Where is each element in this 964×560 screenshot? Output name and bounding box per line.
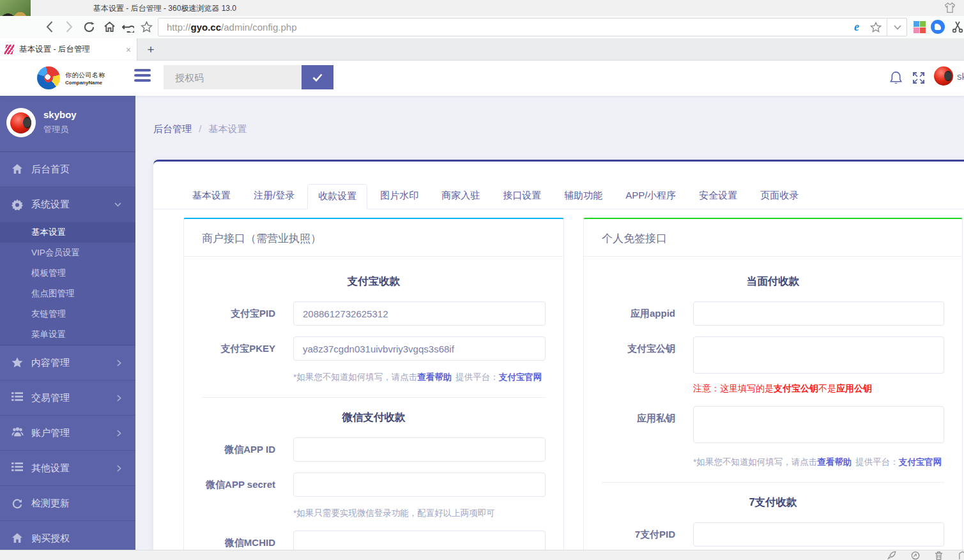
settings-card: 基本设置 注册/登录 收款设置 图片水印 商家入驻 接口设置 辅助功能 APP/… xyxy=(153,160,964,550)
pay7-pid-label: 7支付PID xyxy=(602,522,675,547)
undo-icon[interactable] xyxy=(121,20,135,34)
auth-submit-button[interactable] xyxy=(302,65,333,89)
bookmark-star-icon[interactable] xyxy=(865,22,887,33)
browser-tabstrip: 基本设置 - 后台管理 × + xyxy=(0,38,964,61)
sidebar-user-name: skyboy xyxy=(43,109,77,120)
sidebar-subitem-vip-settings[interactable]: VIP会员设置 xyxy=(0,243,135,263)
chevron-right-icon xyxy=(117,395,121,402)
tab-close-icon[interactable]: × xyxy=(120,45,137,55)
sidebar-subitem-menu[interactable]: 菜单设置 xyxy=(0,324,135,345)
alipay-pid-input[interactable] xyxy=(293,301,546,326)
wechat-secret-input[interactable] xyxy=(293,473,546,497)
wechat-section-heading: 微信支付收款 xyxy=(202,411,546,425)
sidebar-item-other-settings[interactable]: 其他设置 xyxy=(0,451,135,486)
gear-icon xyxy=(11,199,23,211)
pay7-pid-input[interactable] xyxy=(693,522,944,547)
tab-watermark[interactable]: 图片水印 xyxy=(370,184,429,209)
refresh-icon xyxy=(11,497,23,509)
forward-icon[interactable] xyxy=(62,20,76,34)
settings-tab-bar: 基本设置 注册/登录 收款设置 图片水印 商家入驻 接口设置 辅助功能 APP/… xyxy=(153,162,964,209)
screenshot-scissors-icon[interactable] xyxy=(951,20,964,34)
alipay-pubkey-textarea[interactable] xyxy=(693,337,944,374)
f2f-appid-input[interactable] xyxy=(693,301,944,326)
section-divider xyxy=(202,397,546,398)
tab-payment-settings[interactable]: 收款设置 xyxy=(307,184,367,209)
alipay-section-heading: 支付宝收款 xyxy=(202,275,546,289)
alipay-pkey-label: 支付宝PKEY xyxy=(202,337,275,361)
favorite-star-icon[interactable] xyxy=(139,20,153,34)
view-help-link[interactable]: 查看帮助 xyxy=(417,372,452,382)
tab-security[interactable]: 安全设置 xyxy=(689,184,747,209)
url-text: http://gyo.cc/admin/config.php xyxy=(167,22,848,33)
notifications-bell-icon[interactable] xyxy=(888,70,903,86)
alipay-pkey-input[interactable] xyxy=(293,337,546,361)
chevron-right-icon xyxy=(117,359,121,367)
wechat-mchid-input[interactable] xyxy=(293,531,546,550)
sidebar-subitem-template[interactable]: 模板管理 xyxy=(0,263,135,284)
alipay-official-link[interactable]: 支付宝官网 xyxy=(899,457,942,467)
site-favicon xyxy=(4,45,14,54)
star-icon xyxy=(11,357,23,368)
user-avatar[interactable] xyxy=(934,66,953,86)
tab-register-login[interactable]: 注册/登录 xyxy=(243,184,305,209)
home-icon[interactable] xyxy=(102,20,116,34)
url-dropdown-icon[interactable] xyxy=(887,18,907,36)
wechat-appid-input[interactable] xyxy=(293,437,546,462)
trash-icon[interactable] xyxy=(935,551,944,559)
f2f-appid-label: 应用appid xyxy=(602,301,675,326)
app-privkey-textarea[interactable] xyxy=(693,406,944,443)
sidebar-item-system-settings[interactable]: 系统设置 xyxy=(0,187,135,222)
company-logo-icon xyxy=(37,66,60,89)
tab-basic-settings[interactable]: 基本设置 xyxy=(182,184,241,209)
ie-mode-icon[interactable]: e xyxy=(848,20,865,34)
sidebar-user-card: skyboy 管理员 xyxy=(0,96,135,152)
window-title: 基本设置 - 后台管理 - 360极速浏览器 13.0 xyxy=(93,3,236,14)
new-tab-button[interactable]: + xyxy=(142,41,160,58)
tab-page-index[interactable]: 页面收录 xyxy=(750,184,809,209)
refresh-icon[interactable] xyxy=(82,20,96,34)
sidebar-subitem-links[interactable]: 友链管理 xyxy=(0,304,135,324)
back-icon[interactable] xyxy=(42,20,56,34)
fullscreen-expand-icon[interactable] xyxy=(911,70,926,86)
sidebar-item-dashboard[interactable]: 后台首页 xyxy=(0,152,135,187)
browser-tab[interactable]: 基本设置 - 后台管理 × xyxy=(0,38,137,61)
browser-docs-icon[interactable] xyxy=(931,20,945,34)
pay7-section-heading: 7支付收款 xyxy=(602,496,944,510)
sidebar-item-check-update[interactable]: 检测更新 xyxy=(0,486,135,521)
users-icon xyxy=(11,427,23,439)
alipay-official-link[interactable]: 支付宝官网 xyxy=(499,372,542,382)
breadcrumb: 后台管理 / 基本设置 xyxy=(153,123,247,135)
browser-toolbar: http://gyo.cc/admin/config.php e xyxy=(0,16,964,38)
sidebar-subitem-basic-settings[interactable]: 基本设置 xyxy=(0,222,135,243)
rocket-icon[interactable] xyxy=(887,551,896,559)
sidebar-item-trade[interactable]: 交易管理 xyxy=(0,381,135,416)
merchant-pane-title: 商户接口（需营业执照） xyxy=(184,219,563,257)
sidebar-item-content[interactable]: 内容管理 xyxy=(0,345,135,381)
chevron-right-icon xyxy=(117,465,121,472)
chevron-down-icon xyxy=(114,202,121,207)
sidebar-item-accounts[interactable]: 账户管理 xyxy=(0,416,135,451)
company-name: 你的公司名称 xyxy=(65,71,105,80)
clipped-panel-icon[interactable] xyxy=(958,551,964,559)
tab-auxiliary[interactable]: 辅助功能 xyxy=(554,184,613,209)
company-logo[interactable]: 你的公司名称 CompanyName xyxy=(37,66,105,89)
hamburger-menu-icon[interactable] xyxy=(134,69,151,87)
auth-code-input[interactable] xyxy=(164,65,302,89)
tab-app-miniprogram[interactable]: APP/小程序 xyxy=(615,184,686,209)
company-name-en: CompanyName xyxy=(65,80,105,86)
apps-grid-icon[interactable] xyxy=(912,20,926,34)
breadcrumb-section[interactable]: 后台管理 xyxy=(153,123,192,134)
sidebar-menu: 后台首页 系统设置 基本设置 VIP会员设置 模板管理 焦点图管理 友链管理 菜… xyxy=(0,152,135,556)
f2f-help-text: *如果您不知道如何填写，请点击查看帮助提供平台：支付宝官网 xyxy=(693,457,944,468)
gauge-icon[interactable] xyxy=(911,551,920,559)
sidebar-subitem-banner[interactable]: 焦点图管理 xyxy=(0,284,135,304)
list-icon xyxy=(11,462,23,474)
pubkey-warning-note: 注意：这里填写的是支付宝公钥不是应用公钥 xyxy=(693,383,944,395)
tab-merchant-entry[interactable]: 商家入驻 xyxy=(431,184,490,209)
url-bar[interactable]: http://gyo.cc/admin/config.php e xyxy=(158,18,907,36)
breadcrumb-page: 基本设置 xyxy=(209,123,247,134)
theme-shirt-icon[interactable] xyxy=(944,2,956,13)
sidebar-user-role: 管理员 xyxy=(43,124,77,135)
view-help-link[interactable]: 查看帮助 xyxy=(817,457,852,467)
tab-api-settings[interactable]: 接口设置 xyxy=(493,184,551,209)
